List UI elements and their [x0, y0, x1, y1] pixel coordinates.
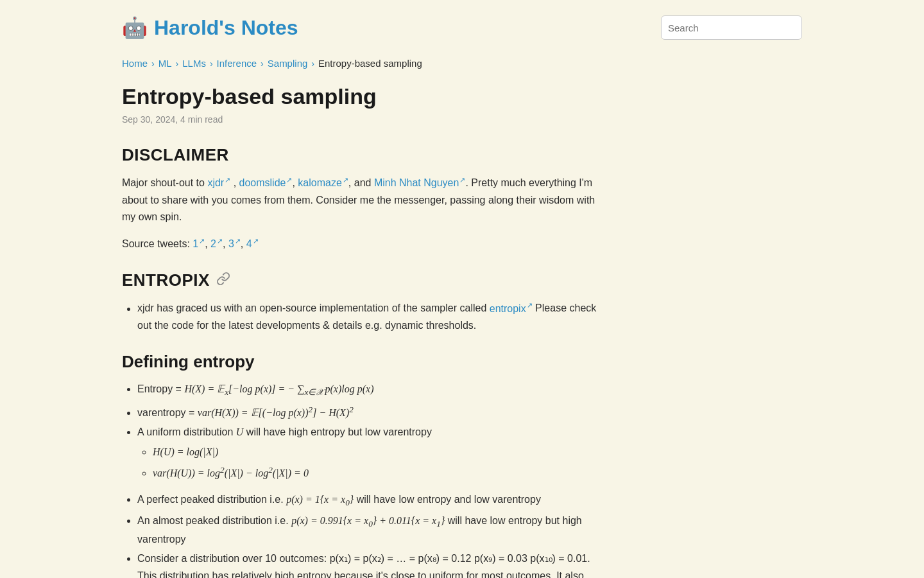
source-tweets-label: Source tweets: [122, 238, 193, 249]
ext-icon-entropix: ↗ [527, 301, 533, 309]
breadcrumb-sep-2: › [176, 58, 179, 69]
site-logo-area: 🤖 Harold's Notes [122, 15, 298, 40]
breadcrumb-sep-3: › [210, 58, 213, 69]
breadcrumb-sep-4: › [261, 58, 264, 69]
disclaimer-text-1: Major shout-out to [122, 177, 207, 188]
breadcrumb-llms[interactable]: LLMs [182, 58, 206, 69]
entropy-list-item-6: Consider a distribution over 10 outcomes… [137, 550, 597, 578]
breadcrumb: Home › ML › LLMs › Inference › Sampling … [122, 53, 802, 84]
comma1: , [230, 177, 239, 188]
entropix-heading-container: ENTROPIX [122, 270, 597, 290]
entropy-bullet-6-text: Consider a distribution over 10 outcomes… [137, 553, 590, 578]
entropy-sub-formula-2: var(H(U)) = log2(|X|) − log2(|X|) = 0 [153, 468, 309, 478]
t-sep3: , [241, 238, 246, 249]
search-button[interactable]: 🔍 [796, 18, 802, 38]
entropix-list: xjdr has graced us with an open-source i… [137, 299, 597, 334]
entropy-list: Entropy = H(X) = 𝔼x[−log p(x)] = − ∑x∈𝒳 … [137, 381, 597, 578]
entropy-bullet-4-text: A perfect peaked distribution i.e. [137, 494, 286, 505]
search-input[interactable] [662, 17, 796, 39]
search-container: 🔍 [661, 15, 802, 40]
link-kalomaze[interactable]: kalomaze↗ [298, 177, 348, 188]
article: Entropy-based sampling Sep 30, 2024, 4 m… [122, 84, 597, 578]
entropy-list-item-2: varentropy = var(H(X)) = 𝔼[(−log p(x))2]… [137, 403, 597, 422]
entropy-bullet-4-text-2: will have low entropy and low varentropy [354, 494, 541, 505]
tweet-link-2[interactable]: 2↗ [210, 238, 223, 249]
robot-icon: 🤖 [122, 15, 148, 40]
entropy-list-item-4: A perfect peaked distribution i.e. p(x) … [137, 491, 597, 510]
entropy-list-item-5: An almost peaked distribution i.e. p(x) … [137, 512, 597, 548]
entropy-sub-item-1: H(U) = log(|X|) [153, 444, 597, 460]
article-meta: Sep 30, 2024, 4 min read [122, 114, 597, 125]
entropy-sub-list: H(U) = log(|X|) var(H(U)) = log2(|X|) − … [153, 444, 597, 482]
entropy-formula-2: var(H(X)) = 𝔼[(−log p(x))2] − H(X)2 [198, 407, 354, 418]
entropy-bullet-2-text: varentropy = [137, 407, 198, 418]
link-doomslide[interactable]: doomslide↗ [239, 177, 293, 188]
ext-icon-kalomaze: ↗ [343, 176, 348, 184]
comma3: , and [348, 177, 374, 188]
link-xjdr[interactable]: xjdr↗ [207, 177, 230, 188]
link-minh[interactable]: Minh Nhat Nguyen↗ [374, 177, 466, 188]
entropy-bullet-3-text: A uniform distribution [137, 426, 236, 437]
tweet-link-1[interactable]: 1↗ [193, 238, 205, 249]
entropy-sub-item-2: var(H(U)) = log2(|X|) − log2(|X|) = 0 [153, 463, 597, 482]
ext-icon-xjdr: ↗ [225, 176, 230, 184]
entropy-list-item-3: A uniform distribution U will have high … [137, 424, 597, 482]
article-date: Sep 30, 2024, [122, 114, 178, 125]
link-entropix[interactable]: entropix↗ [490, 303, 533, 314]
site-header: 🤖 Harold's Notes 🔍 [122, 0, 802, 53]
breadcrumb-home[interactable]: Home [122, 58, 148, 69]
tweet-link-4[interactable]: 4↗ [246, 238, 259, 249]
ext-icon-tweet1: ↗ [199, 237, 205, 245]
entropy-bullet-5-text: An almost peaked distribution i.e. [137, 515, 291, 526]
breadcrumb-sampling[interactable]: Sampling [268, 58, 308, 69]
entropix-heading-text: ENTROPIX [122, 270, 210, 290]
entropy-formula-3: U [236, 426, 244, 437]
entropy-formula-4: p(x) = 1{x = x0} [286, 494, 354, 505]
entropy-bullet-1-text: Entropy = [137, 383, 184, 394]
disclaimer-paragraph: Major shout-out to xjdr↗ , doomslide↗, k… [122, 174, 597, 226]
t-sep2: , [223, 238, 228, 249]
entropix-list-item: xjdr has graced us with an open-source i… [137, 299, 597, 334]
entropy-formula-1: H(X) = 𝔼x[−log p(x)] = − ∑x∈𝒳 p(x)log p(… [184, 383, 373, 394]
disclaimer-heading: DISCLAIMER [122, 145, 597, 165]
ext-icon-tweet4: ↗ [253, 237, 259, 245]
entropix-text-1: xjdr has graced us with an open-source i… [137, 303, 490, 314]
source-tweets-line: Source tweets: 1↗, 2↗, 3↗, 4↗ [122, 235, 597, 253]
site-title[interactable]: Harold's Notes [154, 16, 298, 40]
defining-entropy-heading: Defining entropy [122, 352, 597, 372]
ext-icon-tweet2: ↗ [217, 237, 223, 245]
ext-icon-tweet3: ↗ [235, 237, 241, 245]
entropy-formula-5: p(x) = 0.991{x = x0} + 0.011{x = x1} [291, 515, 445, 526]
entropy-sub-formula-1: H(U) = log(|X|) [153, 446, 218, 457]
breadcrumb-sep-5: › [311, 58, 314, 69]
article-title: Entropy-based sampling [122, 84, 597, 109]
breadcrumb-sep-1: › [151, 58, 155, 69]
t-sep1: , [205, 238, 210, 249]
chain-link-icon [216, 272, 230, 289]
entropy-bullet-3-text-2: will have high entropy but low varentrop… [243, 426, 432, 437]
breadcrumb-inference[interactable]: Inference [217, 58, 257, 69]
entropy-list-item-1: Entropy = H(X) = 𝔼x[−log p(x)] = − ∑x∈𝒳 … [137, 381, 597, 399]
breadcrumb-ml[interactable]: ML [158, 58, 172, 69]
breadcrumb-current: Entropy-based sampling [318, 58, 422, 69]
article-read-time: 4 min read [180, 114, 223, 125]
tweet-link-3[interactable]: 3↗ [228, 238, 241, 249]
